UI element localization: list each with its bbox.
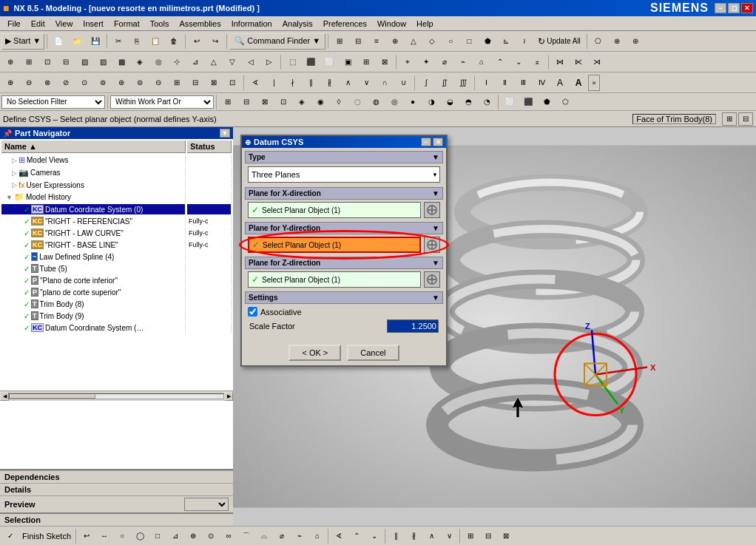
tb2-20[interactable]: ⊞: [357, 54, 375, 70]
tb2-2[interactable]: ⊞: [20, 54, 38, 70]
nav-row-base-line[interactable]: ✓ KC "RIGHT - BASE LINE" Fully-c: [1, 240, 232, 250]
menu-preferences[interactable]: Preferences: [319, 18, 371, 29]
bot-btn-3[interactable]: ○: [113, 528, 131, 544]
bot-btn-6[interactable]: ⊿: [166, 528, 184, 544]
type-combo[interactable]: Three Planes ▼: [248, 166, 440, 183]
start-button[interactable]: ▶ Start ▼: [1, 33, 44, 50]
titlebar-restore[interactable]: ◻: [728, 3, 740, 13]
copy-btn[interactable]: ⎘: [128, 33, 146, 50]
menu-help[interactable]: Help: [412, 18, 438, 29]
tb-btn-14[interactable]: ⊛: [627, 33, 644, 50]
scroll-right-btn[interactable]: ▶: [224, 392, 233, 401]
filter-btn-10[interactable]: ◎: [385, 94, 403, 110]
redo-btn[interactable]: ↪: [206, 33, 224, 50]
nav-row-model-views[interactable]: ▷ ⊞ Model Views: [1, 155, 232, 166]
scroll-thumb[interactable]: [10, 394, 95, 399]
bot-btn-4[interactable]: ◯: [131, 528, 149, 544]
tb2-8[interactable]: ◈: [131, 54, 149, 70]
titlebar-close[interactable]: ✕: [741, 3, 753, 13]
details-section[interactable]: Details: [0, 483, 233, 495]
dependencies-section[interactable]: Dependencies: [0, 470, 233, 483]
tb3-3[interactable]: ⊗: [38, 75, 56, 91]
finish-sketch-label[interactable]: Finish Sketch: [19, 532, 74, 541]
ok-button[interactable]: < OK >: [288, 345, 341, 361]
tb3-24[interactable]: ∬: [436, 75, 453, 91]
tb2-3[interactable]: ⊡: [38, 54, 56, 70]
bot-btn-14[interactable]: ⌂: [308, 528, 326, 544]
tb3-7[interactable]: ⊛: [112, 75, 130, 91]
tb3-27[interactable]: Ⅱ: [496, 75, 513, 91]
nav-row-model-history[interactable]: ▼ 📁 Model History: [1, 192, 232, 203]
titlebar-minimize[interactable]: −: [715, 3, 726, 13]
menu-format[interactable]: Format: [109, 18, 144, 29]
tb3-26[interactable]: Ⅰ: [477, 75, 495, 91]
new-btn[interactable]: 📄: [50, 33, 67, 50]
filter-btn-4[interactable]: ⊡: [274, 94, 292, 110]
tb2-4[interactable]: ⊟: [57, 54, 75, 70]
type-collapse-btn[interactable]: ▼: [432, 153, 439, 161]
menu-file[interactable]: File: [3, 18, 25, 29]
tb3-12[interactable]: ⊠: [205, 75, 223, 91]
open-btn[interactable]: 📁: [68, 33, 86, 50]
bot-btn-20[interactable]: ∧: [422, 528, 440, 544]
toolbar-expand[interactable]: »: [588, 75, 600, 91]
tb2-23[interactable]: ✦: [417, 54, 435, 70]
scope-combo[interactable]: Within Work Part Or: [110, 95, 214, 109]
filter-btn-15[interactable]: ◔: [478, 94, 496, 110]
tb3-15[interactable]: ∣: [265, 75, 283, 91]
filter-btn-6[interactable]: ◉: [311, 94, 329, 110]
tb2-26[interactable]: ⌂: [473, 54, 490, 70]
tb3-1[interactable]: ⊕: [1, 75, 19, 91]
nav-row-tube[interactable]: ✓ T Tube (5): [1, 263, 232, 274]
selection-filter-combo[interactable]: No Selection Filter: [1, 95, 105, 109]
settings-header[interactable]: Settings ▼: [245, 291, 443, 304]
tb-btn-13[interactable]: ⊗: [608, 33, 626, 50]
tb2-31[interactable]: ⋉: [570, 54, 587, 70]
filter-btn-1[interactable]: ⊞: [219, 94, 237, 110]
type-section-header[interactable]: Type ▼: [245, 151, 443, 163]
nav-row-right-ref[interactable]: ✓ KC "RIGHT - REFERENCIAS" Fully-c: [1, 216, 232, 226]
menu-assemblies[interactable]: Assemblies: [175, 18, 225, 29]
tb2-12[interactable]: △: [205, 54, 223, 70]
tb2-14[interactable]: ◁: [242, 54, 260, 70]
tb2-11[interactable]: ⊿: [186, 54, 204, 70]
bot-btn-23[interactable]: ⊟: [479, 528, 497, 544]
statusbar-btn1[interactable]: ⊞: [722, 112, 737, 126]
cut-btn[interactable]: ✂: [109, 33, 127, 50]
nav-row-trim9[interactable]: ✓ T Trim Body (9): [1, 311, 232, 321]
tb3-11[interactable]: ⊟: [186, 75, 204, 91]
tb-btn-2[interactable]: ⊟: [349, 33, 367, 50]
nav-pin-btn[interactable]: ▼: [220, 129, 230, 138]
plane-y-place-icon[interactable]: [424, 237, 440, 253]
tb-btn-10[interactable]: ⊾: [497, 33, 515, 50]
nav-row-datum-new[interactable]: ✓ KC Datum Coordinate System (…: [1, 322, 232, 333]
bot-btn-16[interactable]: ⌃: [348, 528, 365, 544]
bot-btn-13[interactable]: ⌁: [291, 528, 308, 544]
nav-row-plano-inf[interactable]: ✓ P "Plano de corte inferior": [1, 275, 232, 285]
tb-btn-6[interactable]: ◇: [423, 33, 441, 50]
tb3-20[interactable]: ∨: [357, 75, 375, 91]
filter-btn-5[interactable]: ◈: [293, 94, 311, 110]
command-finder-btn[interactable]: 🔍 Command Finder ▼: [229, 33, 325, 50]
statusbar-btn2[interactable]: ⊟: [738, 112, 753, 126]
plane-z-collapse[interactable]: ▼: [432, 259, 439, 267]
tb3-4[interactable]: ⊘: [57, 75, 75, 91]
nav-row-datum-0[interactable]: ✓ KC Datum Coordinate System (0): [1, 204, 232, 214]
filter-btn-14[interactable]: ◓: [459, 94, 477, 110]
bot-btn-17[interactable]: ⌄: [365, 528, 383, 544]
tb2-13[interactable]: ▽: [223, 54, 241, 70]
tb2-9[interactable]: ◎: [149, 54, 167, 70]
bot-btn-15[interactable]: ∢: [330, 528, 348, 544]
plane-x-collapse[interactable]: ▼: [432, 189, 439, 197]
filter-btn-13[interactable]: ◒: [441, 94, 459, 110]
tb-btn-3[interactable]: ≡: [368, 33, 385, 50]
filter-btn-8[interactable]: ◌: [348, 94, 366, 110]
tb3-10[interactable]: ⊞: [168, 75, 186, 91]
update-all-btn[interactable]: ↻ Update All: [534, 33, 584, 50]
bot-btn-7[interactable]: ⊕: [184, 528, 202, 544]
viewport[interactable]: X Y Z ⊕ Datum: [233, 127, 756, 526]
cancel-button[interactable]: Cancel: [347, 345, 399, 361]
nav-row-spline[interactable]: ✓ ~ Law Defined Spline (4): [1, 251, 232, 262]
tb2-5[interactable]: ▧: [75, 54, 93, 70]
associative-checkbox[interactable]: [248, 307, 257, 316]
